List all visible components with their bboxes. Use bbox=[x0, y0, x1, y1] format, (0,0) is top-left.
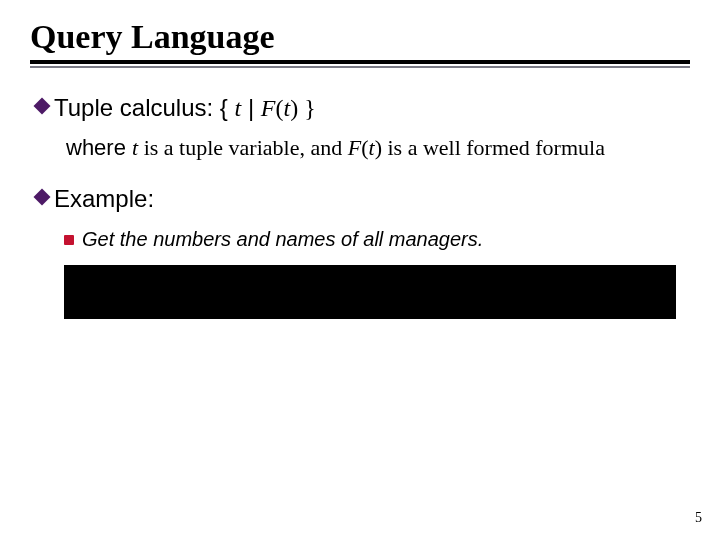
slide-root: Query Language Tuple calculus: { t | F(t… bbox=[0, 0, 720, 540]
where-mid: is a tuple variable, and bbox=[138, 135, 348, 160]
tuple-lead: Tuple bbox=[54, 94, 113, 121]
rule-thick bbox=[30, 60, 690, 64]
tuple-label: calculus: { bbox=[113, 94, 234, 121]
tuple-paren-close: ) } bbox=[290, 95, 316, 121]
diamond-bullet-icon bbox=[34, 98, 51, 115]
square-bullet-icon bbox=[64, 235, 74, 245]
redacted-answer-box bbox=[64, 265, 676, 319]
where-F: F bbox=[348, 135, 361, 160]
slide-title: Query Language bbox=[30, 18, 690, 56]
bullet-tuple-text: Tuple calculus: { t | F(t) } bbox=[54, 92, 316, 124]
where-word: where bbox=[66, 135, 132, 160]
example-label: Example: bbox=[54, 183, 154, 214]
title-rule bbox=[30, 60, 690, 68]
example-subitem: Get the numbers and names of all manager… bbox=[64, 228, 690, 251]
where-tail: is a well formed formula bbox=[382, 135, 605, 160]
example-block: Example: Get the numbers and names of al… bbox=[36, 183, 690, 319]
where-line: where t is a tuple variable, and F(t) is… bbox=[66, 134, 690, 163]
bullet-example: Example: bbox=[36, 183, 690, 214]
slide-body: Tuple calculus: { t | F(t) } where t is … bbox=[30, 92, 690, 319]
where-paren: ( bbox=[361, 135, 368, 160]
bullet-tuple-calculus: Tuple calculus: { t | F(t) } bbox=[36, 92, 690, 124]
tuple-sep: | bbox=[241, 94, 261, 121]
page-number: 5 bbox=[695, 510, 702, 526]
where-close: ) bbox=[375, 135, 382, 160]
diamond-bullet-icon bbox=[34, 188, 51, 205]
example-subtext: Get the numbers and names of all manager… bbox=[82, 228, 483, 251]
tuple-F: F bbox=[261, 95, 276, 121]
rule-thin bbox=[30, 66, 690, 68]
